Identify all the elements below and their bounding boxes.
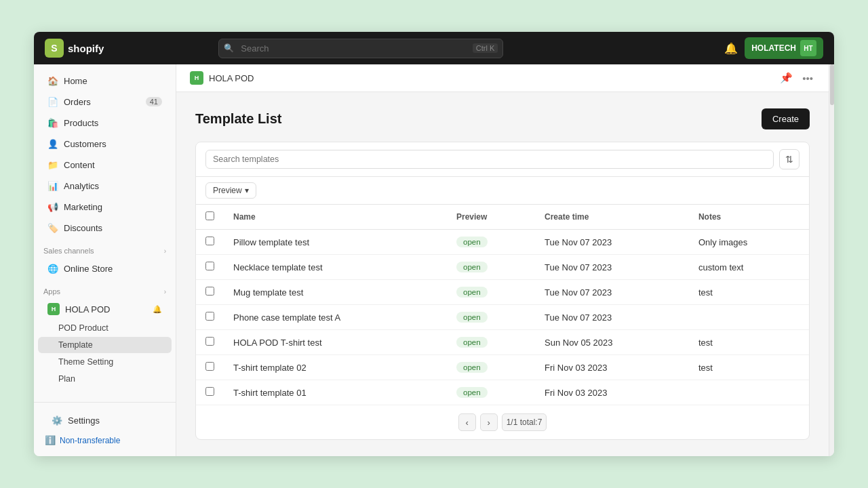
topbar: S shopify 🔍 Ctrl K 🔔 HOLATECH HT [34,32,834,64]
status-badge-5: open [456,362,488,373]
sidebar-item-orders[interactable]: 📄 Orders 41 [38,92,172,112]
global-search: 🔍 Ctrl K [218,39,503,58]
status-badge-3: open [456,312,488,323]
table-row: Phone case template test A open Tue Nov … [196,305,809,330]
sort-button[interactable]: ⇅ [779,149,800,169]
sidebar-item-discounts[interactable]: 🏷️ Discounts [38,218,172,238]
products-icon: 🛍️ [47,117,58,128]
global-search-input[interactable] [218,39,503,58]
row-notes-1: custom text [689,255,809,280]
sidebar-label-orders: Orders [64,97,140,107]
row-status-1: open [447,255,535,280]
select-all-checkbox[interactable] [205,211,214,220]
sidebar-item-customers[interactable]: 👤 Customers [38,134,172,154]
row-checkbox-3[interactable] [205,312,214,321]
row-checkbox-5[interactable] [205,362,214,371]
user-badge[interactable]: HOLATECH HT [745,37,823,59]
sidebar-item-pod-product[interactable]: POD Product [38,320,172,336]
row-checkbox-1[interactable] [205,262,214,270]
marketing-icon: 📢 [47,201,58,212]
table-container: ⇅ Preview ▾ [195,142,810,440]
discounts-icon: 🏷️ [47,222,58,233]
more-options-icon[interactable]: ••• [800,70,815,86]
sidebar-nav: 🏠 Home 📄 Orders 41 🛍️ Products 👤 Cu [34,64,176,402]
page-content: Template List Create ⇅ Preview [176,92,829,456]
row-name-5: T-shirt template 02 [224,355,447,380]
scrollbar[interactable] [829,64,834,456]
sidebar-item-settings[interactable]: ⚙️ Settings [42,410,167,430]
templates-table: Name Preview Create time Notes Pillow te… [196,205,809,405]
page-info: 1/1 total:7 [502,413,547,431]
row-checkbox-cell [196,380,224,405]
plan-label: Plan [58,374,75,384]
sidebar-label-online-store: Online Store [64,264,162,274]
row-checkbox-6[interactable] [205,387,214,396]
sidebar-label-content: Content [64,160,162,170]
sidebar-label-products: Products [64,118,162,128]
table-row: Pillow template test open Tue Nov 07 202… [196,230,809,255]
table-toolbar: ⇅ [196,142,809,177]
row-checkbox-4[interactable] [205,337,214,346]
sidebar-item-marketing[interactable]: 📢 Marketing [38,197,172,217]
sidebar-item-products[interactable]: 🛍️ Products [38,113,172,133]
sidebar-item-analytics[interactable]: 📊 Analytics [38,176,172,196]
preview-filter-button[interactable]: Preview ▾ [205,182,256,199]
col-header-create-time: Create time [535,205,689,230]
table-row: Necklace template test open Tue Nov 07 2… [196,255,809,280]
sidebar-label-analytics: Analytics [64,181,162,191]
sidebar-bottom: ⚙️ Settings ℹ️ Non-transferable [34,402,176,456]
row-checkbox-cell [196,330,224,355]
sidebar-item-home[interactable]: 🏠 Home [38,70,172,91]
home-icon: 🏠 [47,75,58,86]
row-name-0: Pillow template test [224,230,447,255]
row-checkbox-0[interactable] [205,237,214,245]
row-notes-2: test [689,280,809,305]
sidebar-label-discounts: Discounts [64,223,162,233]
row-name-3: Phone case template test A [224,305,447,330]
breadcrumb-bar: H HOLA POD 📌 ••• [176,64,829,92]
prev-page-button[interactable]: ‹ [458,413,476,431]
status-badge-4: open [456,337,488,348]
sidebar-item-theme-setting[interactable]: Theme Setting [38,354,172,370]
row-name-1: Necklace template test [224,255,447,280]
pin-icon[interactable]: 📌 [778,70,795,86]
table-row: T-shirt template 01 open Fri Nov 03 2023 [196,380,809,405]
sidebar-item-online-store[interactable]: 🌐 Online Store [38,258,172,279]
select-all-header [196,205,224,230]
template-search-input[interactable] [205,150,774,169]
row-status-6: open [447,380,535,405]
non-transferable-banner: ℹ️ Non-transferable [38,431,172,449]
row-status-3: open [447,305,535,330]
status-badge-1: open [456,262,488,272]
status-badge-6: open [456,387,488,398]
sidebar-item-content[interactable]: 📁 Content [38,155,172,175]
apps-label: Apps [43,287,60,296]
sidebar-item-template[interactable]: Template [38,337,172,353]
content-area: H HOLA POD 📌 ••• Template List Create [176,64,829,456]
row-checkbox-2[interactable] [205,287,214,296]
create-button[interactable]: Create [762,108,810,129]
template-label: Template [58,340,93,350]
row-notes-6 [689,380,809,405]
customers-icon: 👤 [47,138,58,149]
col-header-name: Name [224,205,447,230]
row-create-time-3: Tue Nov 07 2023 [535,305,689,330]
sidebar-item-hola-pod[interactable]: H HOLA POD 🔔 [38,299,172,319]
settings-label: Settings [68,415,158,426]
notification-bell-icon[interactable]: 🔔 [724,42,738,55]
breadcrumb-actions: 📌 ••• [778,70,815,86]
next-page-button[interactable]: › [480,413,498,431]
row-checkbox-cell [196,305,224,330]
template-search-wrap [205,150,774,169]
row-name-4: HOLA POD T-shirt test [224,330,447,355]
shopify-logo-icon: S [45,39,64,58]
search-icon: 🔍 [224,43,234,53]
browser-window: S shopify 🔍 Ctrl K 🔔 HOLATECH HT 🏠 Home [34,32,834,456]
breadcrumb-text: HOLA POD [209,73,254,83]
online-store-icon: 🌐 [47,263,58,274]
sidebar-label-home: Home [64,76,162,86]
row-status-4: open [447,330,535,355]
user-avatar: HT [800,40,816,56]
hola-pod-label: HOLA POD [65,304,110,314]
sidebar-item-plan[interactable]: Plan [38,371,172,387]
